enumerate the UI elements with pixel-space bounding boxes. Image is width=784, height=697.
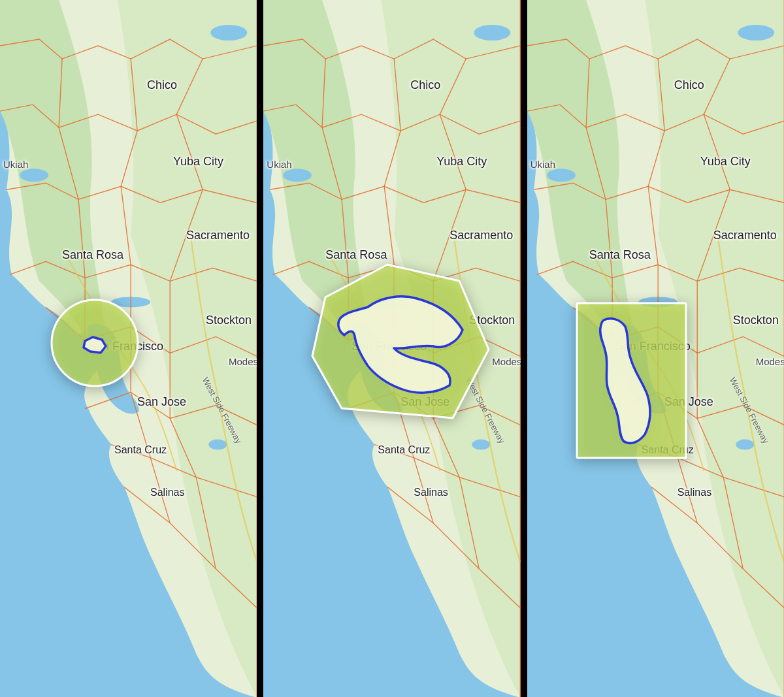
city-label: Ukiah <box>531 159 555 170</box>
city-label: San Jose <box>137 395 186 409</box>
city-label: Yuba City <box>173 155 223 169</box>
svg-point-18 <box>736 440 754 450</box>
city-label: Santa Rosa <box>62 248 123 262</box>
city-label: Chico <box>147 78 177 92</box>
city-label: Sacramento <box>449 229 513 242</box>
svg-point-15 <box>738 25 774 41</box>
overlay-convex-hull[interactable] <box>302 258 498 434</box>
svg-point-9 <box>283 169 312 182</box>
city-label: Santa Rosa <box>589 248 651 262</box>
city-label: Sacramento <box>713 229 777 242</box>
city-label: Santa Cruz <box>378 444 430 456</box>
city-label: Ukiah <box>3 159 28 170</box>
svg-point-16 <box>547 169 576 182</box>
overlay-envelope[interactable] <box>574 300 689 461</box>
svg-point-8 <box>474 25 511 41</box>
city-label: Stockton <box>733 314 779 327</box>
city-label: Yuba City <box>700 155 751 169</box>
panel-divider <box>257 0 263 697</box>
overlay-circle[interactable] <box>46 294 144 392</box>
city-label: Modesto <box>229 356 257 367</box>
map-panel-convex-hull[interactable]: ChicoYuba CityUkiahSanta RosaSacramentoS… <box>263 0 520 697</box>
svg-point-2 <box>20 169 48 182</box>
city-label: Chico <box>674 78 704 92</box>
svg-point-1 <box>210 25 247 41</box>
city-label: Salinas <box>678 487 711 498</box>
city-label: Stockton <box>206 314 252 327</box>
map-panel-envelope[interactable]: ChicoYuba CityUkiahSanta RosaSacramentoS… <box>527 0 784 697</box>
city-label: Salinas <box>414 487 448 498</box>
svg-point-4 <box>208 440 227 450</box>
city-label: Modesto <box>756 356 784 367</box>
panel-divider <box>521 0 527 697</box>
city-label: Ukiah <box>267 159 291 170</box>
svg-point-11 <box>472 440 491 450</box>
city-label: Santa Cruz <box>114 444 167 456</box>
map-triptych: ChicoYuba CityUkiahSanta RosaSacramentoS… <box>0 0 784 697</box>
map-panel-circle[interactable]: ChicoYuba CityUkiahSanta RosaSacramentoS… <box>0 0 257 697</box>
city-label: Chico <box>410 78 440 92</box>
city-label: Sacramento <box>186 229 250 242</box>
city-label: Salinas <box>150 487 184 498</box>
city-label: Yuba City <box>436 155 487 169</box>
